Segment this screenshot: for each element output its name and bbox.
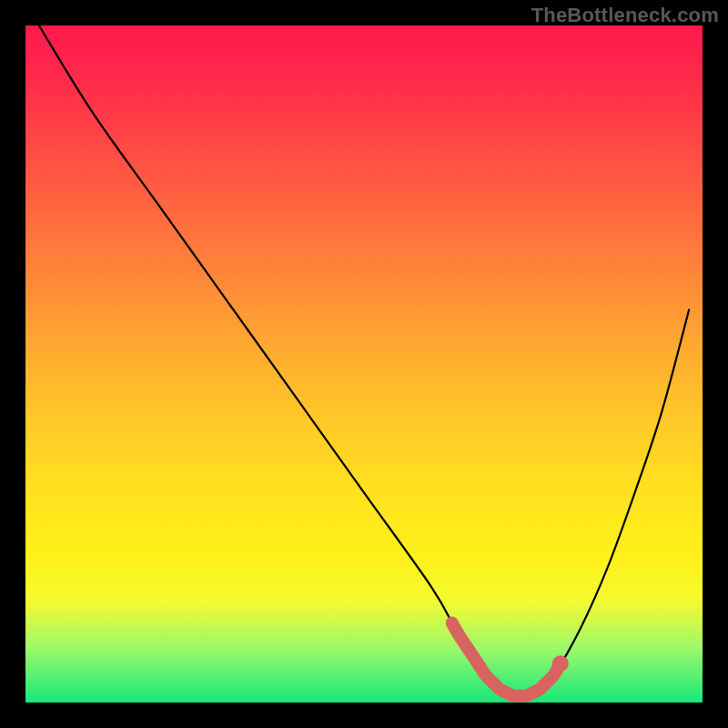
chart-svg	[25, 25, 703, 703]
plot-area	[25, 25, 703, 703]
bottleneck-curve	[39, 25, 689, 696]
sweet-spot-band	[452, 623, 561, 696]
sweet-spot-endpoint	[552, 655, 569, 672]
chart-frame: TheBottleneck.com	[0, 0, 728, 728]
watermark-label: TheBottleneck.com	[531, 4, 719, 27]
